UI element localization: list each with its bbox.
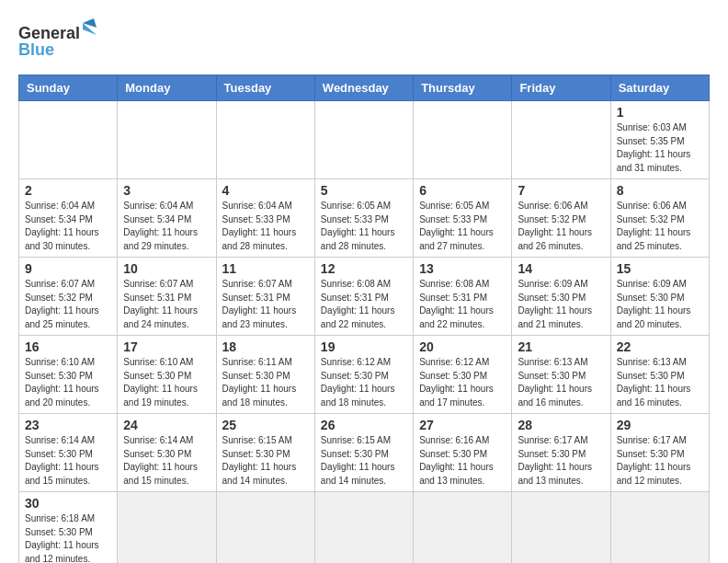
calendar-cell: 7Sunrise: 6:06 AM Sunset: 5:32 PM Daylig… [512, 179, 610, 258]
day-number: 25 [222, 418, 309, 432]
calendar-cell: 4Sunrise: 6:04 AM Sunset: 5:33 PM Daylig… [216, 179, 314, 258]
calendar-cell: 13Sunrise: 6:08 AM Sunset: 5:31 PM Dayli… [414, 258, 512, 336]
day-number: 27 [419, 418, 506, 432]
day-number: 19 [321, 339, 407, 354]
day-info: Sunrise: 6:08 AM Sunset: 5:31 PM Dayligh… [321, 278, 407, 331]
day-number: 7 [518, 183, 604, 198]
calendar-cell [610, 492, 709, 564]
day-info: Sunrise: 6:07 AM Sunset: 5:31 PM Dayligh… [222, 278, 309, 331]
calendar-cell: 11Sunrise: 6:07 AM Sunset: 5:31 PM Dayli… [216, 258, 314, 336]
day-info: Sunrise: 6:17 AM Sunset: 5:30 PM Dayligh… [518, 434, 604, 488]
calendar-cell: 12Sunrise: 6:08 AM Sunset: 5:31 PM Dayli… [314, 258, 413, 336]
day-number: 28 [518, 418, 604, 432]
calendar-cell: 3Sunrise: 6:04 AM Sunset: 5:34 PM Daylig… [118, 179, 216, 258]
day-number: 5 [321, 183, 407, 198]
calendar-cell: 23Sunrise: 6:14 AM Sunset: 5:30 PM Dayli… [19, 414, 118, 492]
day-number: 4 [222, 183, 309, 198]
day-info: Sunrise: 6:18 AM Sunset: 5:30 PM Dayligh… [25, 512, 111, 563]
calendar-cell [314, 492, 413, 564]
calendar-header-monday: Monday [118, 75, 216, 101]
calendar-cell [512, 101, 610, 179]
calendar-cell: 22Sunrise: 6:13 AM Sunset: 5:30 PM Dayli… [610, 336, 709, 414]
calendar-cell [118, 492, 216, 564]
day-info: Sunrise: 6:05 AM Sunset: 5:33 PM Dayligh… [321, 200, 407, 253]
calendar-cell: 29Sunrise: 6:17 AM Sunset: 5:30 PM Dayli… [610, 414, 709, 492]
calendar-cell: 10Sunrise: 6:07 AM Sunset: 5:31 PM Dayli… [118, 258, 216, 336]
calendar-cell: 19Sunrise: 6:12 AM Sunset: 5:30 PM Dayli… [314, 336, 413, 414]
day-info: Sunrise: 6:14 AM Sunset: 5:30 PM Dayligh… [25, 434, 111, 488]
calendar-cell: 20Sunrise: 6:12 AM Sunset: 5:30 PM Dayli… [414, 336, 512, 414]
calendar-cell: 9Sunrise: 6:07 AM Sunset: 5:32 PM Daylig… [19, 258, 118, 336]
day-info: Sunrise: 6:15 AM Sunset: 5:30 PM Dayligh… [321, 434, 407, 488]
day-number: 12 [321, 261, 407, 276]
calendar-cell: 28Sunrise: 6:17 AM Sunset: 5:30 PM Dayli… [512, 414, 610, 492]
day-info: Sunrise: 6:11 AM Sunset: 5:30 PM Dayligh… [222, 356, 309, 409]
day-number: 6 [419, 183, 506, 198]
day-number: 15 [617, 261, 703, 276]
day-number: 9 [25, 261, 111, 276]
day-number: 30 [25, 496, 111, 511]
day-info: Sunrise: 6:06 AM Sunset: 5:32 PM Dayligh… [518, 200, 604, 253]
day-number: 10 [123, 261, 210, 276]
calendar-week-4: 23Sunrise: 6:14 AM Sunset: 5:30 PM Dayli… [19, 414, 710, 492]
day-info: Sunrise: 6:09 AM Sunset: 5:30 PM Dayligh… [617, 278, 703, 331]
day-info: Sunrise: 6:06 AM Sunset: 5:32 PM Dayligh… [617, 200, 703, 253]
calendar-week-2: 9Sunrise: 6:07 AM Sunset: 5:32 PM Daylig… [19, 258, 710, 336]
logo: GeneralBlue [18, 18, 101, 60]
calendar-cell: 17Sunrise: 6:10 AM Sunset: 5:30 PM Dayli… [118, 336, 216, 414]
day-info: Sunrise: 6:08 AM Sunset: 5:31 PM Dayligh… [419, 278, 506, 331]
calendar-week-0: 1Sunrise: 6:03 AM Sunset: 5:35 PM Daylig… [19, 101, 710, 179]
calendar-cell: 2Sunrise: 6:04 AM Sunset: 5:34 PM Daylig… [19, 179, 118, 258]
day-info: Sunrise: 6:07 AM Sunset: 5:32 PM Dayligh… [25, 278, 111, 331]
calendar-header-thursday: Thursday [414, 75, 512, 101]
day-info: Sunrise: 6:13 AM Sunset: 5:30 PM Dayligh… [617, 356, 703, 409]
calendar-cell [314, 101, 413, 179]
calendar-cell: 26Sunrise: 6:15 AM Sunset: 5:30 PM Dayli… [314, 414, 413, 492]
day-number: 11 [222, 261, 309, 276]
calendar-table: SundayMondayTuesdayWednesdayThursdayFrid… [18, 75, 710, 563]
day-info: Sunrise: 6:05 AM Sunset: 5:33 PM Dayligh… [419, 200, 506, 253]
day-info: Sunrise: 6:13 AM Sunset: 5:30 PM Dayligh… [518, 356, 604, 409]
day-number: 23 [25, 418, 111, 432]
day-number: 22 [617, 339, 703, 354]
day-info: Sunrise: 6:16 AM Sunset: 5:30 PM Dayligh… [419, 434, 506, 488]
day-number: 21 [518, 339, 604, 354]
calendar-cell [216, 101, 314, 179]
day-number: 20 [419, 339, 506, 354]
generalblue-logo-icon: GeneralBlue [18, 18, 101, 60]
svg-text:Blue: Blue [18, 40, 54, 59]
day-info: Sunrise: 6:07 AM Sunset: 5:31 PM Dayligh… [123, 278, 210, 331]
page-header: GeneralBlue [18, 18, 710, 60]
calendar-cell: 1Sunrise: 6:03 AM Sunset: 5:35 PM Daylig… [610, 101, 709, 179]
calendar-cell: 24Sunrise: 6:14 AM Sunset: 5:30 PM Dayli… [118, 414, 216, 492]
day-info: Sunrise: 6:04 AM Sunset: 5:34 PM Dayligh… [25, 200, 111, 253]
calendar-cell [19, 101, 118, 179]
day-number: 24 [123, 418, 210, 432]
calendar-header-tuesday: Tuesday [216, 75, 314, 101]
day-number: 3 [123, 183, 210, 198]
calendar-header-sunday: Sunday [19, 75, 118, 101]
calendar-header-row: SundayMondayTuesdayWednesdayThursdayFrid… [19, 75, 710, 101]
day-info: Sunrise: 6:04 AM Sunset: 5:33 PM Dayligh… [222, 200, 309, 253]
day-number: 29 [617, 418, 703, 432]
calendar-cell: 30Sunrise: 6:18 AM Sunset: 5:30 PM Dayli… [19, 492, 118, 564]
day-info: Sunrise: 6:14 AM Sunset: 5:30 PM Dayligh… [123, 434, 210, 488]
calendar-week-1: 2Sunrise: 6:04 AM Sunset: 5:34 PM Daylig… [19, 179, 710, 258]
calendar-cell [118, 101, 216, 179]
day-info: Sunrise: 6:10 AM Sunset: 5:30 PM Dayligh… [123, 356, 210, 409]
calendar-cell [216, 492, 314, 564]
calendar-header-saturday: Saturday [610, 75, 709, 101]
calendar-cell: 16Sunrise: 6:10 AM Sunset: 5:30 PM Dayli… [19, 336, 118, 414]
day-number: 13 [419, 261, 506, 276]
svg-text:General: General [18, 24, 80, 42]
day-number: 1 [617, 105, 703, 120]
day-info: Sunrise: 6:12 AM Sunset: 5:30 PM Dayligh… [321, 356, 407, 409]
day-info: Sunrise: 6:04 AM Sunset: 5:34 PM Dayligh… [123, 200, 210, 253]
calendar-cell: 6Sunrise: 6:05 AM Sunset: 5:33 PM Daylig… [414, 179, 512, 258]
calendar-cell: 21Sunrise: 6:13 AM Sunset: 5:30 PM Dayli… [512, 336, 610, 414]
day-number: 26 [321, 418, 407, 432]
calendar-week-3: 16Sunrise: 6:10 AM Sunset: 5:30 PM Dayli… [19, 336, 710, 414]
calendar-cell [414, 101, 512, 179]
day-number: 17 [123, 339, 210, 354]
day-info: Sunrise: 6:10 AM Sunset: 5:30 PM Dayligh… [25, 356, 111, 409]
